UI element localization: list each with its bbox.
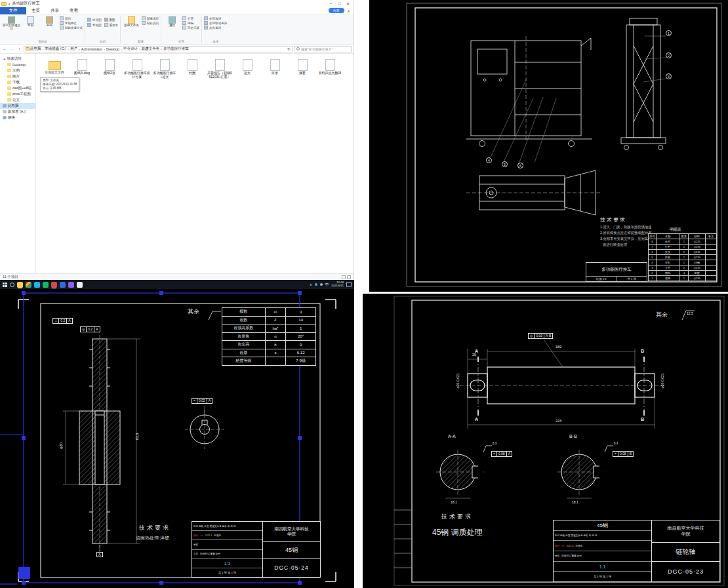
file-item[interactable]: 毕业论文文件 bbox=[41, 59, 68, 79]
thumbnail-view-icon[interactable] bbox=[347, 275, 351, 279]
sidebar-item-desktop[interactable]: Desktop bbox=[0, 62, 35, 68]
paste-button[interactable]: 粘贴 bbox=[41, 15, 58, 28]
ribbon-group-label: 新建 bbox=[123, 39, 159, 44]
tech-requirements-title: 技术要求 bbox=[441, 513, 473, 521]
file-name: 论文 bbox=[244, 71, 251, 75]
new-folder-button[interactable]: 新建文件夹 bbox=[123, 15, 140, 28]
up-button[interactable] bbox=[16, 46, 22, 52]
sidebar-item-cmw[interactable]: cmw工程图 bbox=[0, 91, 35, 97]
title-block-row: 标记 处数 分区 更改文件号 签名 年.月.日 bbox=[192, 522, 262, 531]
address-bar[interactable]: 此电脑 本地磁盘 (C:) 用户 Administrator Desktop 毕… bbox=[24, 46, 293, 52]
file-item[interactable]: 论文 bbox=[234, 59, 260, 79]
breadcrumb-item[interactable]: 本地磁盘 (C:) bbox=[45, 47, 66, 51]
refresh-icon[interactable] bbox=[287, 47, 291, 51]
title-block-sheet: 共 1 张 第 1 张 bbox=[554, 572, 651, 581]
tab-home[interactable]: 主页 bbox=[26, 7, 45, 14]
history-button[interactable]: 历史记录 bbox=[182, 26, 199, 29]
sidebar-item-network[interactable]: 网络 bbox=[0, 115, 35, 121]
easy-access-button[interactable]: 轻松访问 bbox=[142, 21, 159, 25]
delete-button[interactable]: 删除 bbox=[104, 18, 119, 22]
open-button[interactable]: 打开 bbox=[182, 16, 199, 20]
taskbar-app-qq-icon[interactable] bbox=[34, 282, 40, 288]
shaft-title-block: 45钢 标记 处数 分区 更改文件号 签名 年.月.日 设计×× 2021.6标… bbox=[553, 520, 720, 582]
sidebar-item-thesis[interactable]: 论文 bbox=[0, 97, 35, 103]
minimize-button[interactable]: – bbox=[327, 1, 335, 6]
tray-icon[interactable] bbox=[320, 283, 323, 286]
file-item[interactable]: 目录 bbox=[262, 59, 288, 79]
tab-view[interactable]: 查看 bbox=[64, 7, 83, 14]
new-item-button[interactable]: 新建项目 bbox=[142, 16, 159, 20]
breadcrumb-item[interactable]: Desktop bbox=[106, 47, 119, 51]
tray-icon[interactable] bbox=[315, 283, 317, 286]
paste-shortcut-button[interactable]: 粘贴快捷方式 bbox=[60, 26, 83, 29]
start-button[interactable] bbox=[3, 283, 7, 287]
invert-selection-button[interactable]: 反向选择 bbox=[204, 26, 227, 29]
copy-path-button[interactable]: 复制路径 bbox=[60, 21, 83, 25]
file-item[interactable]: 多功能医疗推车设计方案 bbox=[124, 59, 150, 79]
search-box[interactable]: 搜索"多功能医疗推车" bbox=[294, 46, 352, 52]
breadcrumb-item[interactable]: 新建文件夹 bbox=[142, 47, 160, 51]
tab-file[interactable]: 文件 bbox=[0, 7, 26, 14]
taskbar-app-browser-icon[interactable] bbox=[26, 282, 31, 288]
file-item[interactable]: 图纸A.dwg bbox=[69, 59, 95, 79]
dimension-label: φ30 bbox=[59, 442, 63, 449]
taskbar-app-explorer-icon[interactable] bbox=[17, 282, 23, 288]
select-all-button[interactable]: 全部选择 bbox=[204, 16, 227, 20]
tab-share[interactable]: 共享 bbox=[45, 7, 64, 14]
sidebar-item-drive-a[interactable]: 新加卷 (A:) bbox=[0, 109, 35, 115]
properties-button[interactable]: 属性 bbox=[163, 15, 181, 28]
ribbon-collapse-icon[interactable]: ∧ bbox=[344, 9, 354, 13]
button-label: 反向选择 bbox=[209, 26, 221, 29]
tray-expand-icon[interactable]: ∧ bbox=[310, 283, 312, 286]
sidebar-item-pictures[interactable]: 图片 bbox=[0, 73, 35, 79]
file-item[interactable]: 多功能医疗推车+论文 bbox=[152, 59, 178, 79]
file-item[interactable]: 摘要 bbox=[289, 59, 315, 79]
sidebar-item-downloads[interactable]: 下载 bbox=[0, 79, 35, 85]
sidebar-item-quick-access[interactable]: 快速访问 bbox=[0, 56, 35, 62]
taskbar-app-icon[interactable] bbox=[68, 282, 74, 288]
sidebar-item-documents[interactable]: 文档 bbox=[0, 68, 35, 73]
cut-button[interactable]: 剪切 bbox=[60, 16, 83, 20]
ribbon-group-clipboard: 固定到快速访问 复制 粘贴 剪切 复制路径 粘贴快捷方式 剪贴板 bbox=[1, 15, 84, 44]
explorer-app-icon bbox=[1, 2, 7, 6]
roughness-label: 6.3 bbox=[614, 442, 618, 445]
breadcrumb-item[interactable]: 此电脑 bbox=[30, 47, 41, 51]
sidebar-item-this-pc[interactable]: 此电脑 bbox=[0, 103, 35, 109]
taskbar-app-icon[interactable] bbox=[77, 282, 83, 288]
select-none-button[interactable]: 全部取消选择 bbox=[204, 21, 227, 25]
quick-access-toolbar-icon[interactable]: ▾ bbox=[9, 2, 10, 6]
notification-icon[interactable] bbox=[346, 282, 352, 287]
rename-button[interactable]: 重命名 bbox=[104, 23, 119, 27]
forward-button[interactable] bbox=[9, 46, 15, 52]
ime-indicator[interactable]: 中 bbox=[325, 283, 329, 287]
taskbar-clock[interactable]: 12:09 2021/6/11 bbox=[331, 281, 344, 288]
maximize-button[interactable]: □ bbox=[335, 1, 344, 6]
sidebar-item-label: 新加卷 (A:) bbox=[8, 109, 26, 114]
file-item[interactable]: 图纸2张 bbox=[96, 59, 123, 79]
close-button[interactable]: ✕ bbox=[344, 1, 352, 6]
dimension-label: 223 bbox=[556, 419, 561, 423]
taskbar-app-wechat-icon[interactable] bbox=[43, 282, 49, 288]
breadcrumb-item[interactable]: 毕业设计 bbox=[123, 47, 138, 51]
file-item[interactable]: 开题报告（初稿0512/25+汇重） bbox=[207, 59, 233, 79]
breadcrumb-item[interactable]: Administrator bbox=[81, 47, 102, 51]
breadcrumb-item[interactable]: 多功能医疗推车 bbox=[163, 47, 189, 51]
pin-to-quick-access-button[interactable]: 固定到快速访问 bbox=[3, 15, 20, 30]
list-view-icon[interactable] bbox=[342, 275, 346, 279]
move-to-button[interactable]: 移动到 bbox=[87, 18, 102, 22]
back-button[interactable] bbox=[2, 46, 8, 52]
copy-to-button[interactable]: 复制到 bbox=[87, 23, 102, 27]
share-badge[interactable]: 共享 bbox=[329, 8, 344, 13]
button-label: 打开 bbox=[188, 17, 193, 20]
file-item[interactable]: 资料归总文翻译 bbox=[317, 59, 343, 79]
taskbar-app-icon[interactable] bbox=[60, 282, 66, 288]
copy-button[interactable]: 复制 bbox=[22, 15, 39, 28]
breadcrumb-item[interactable]: 用户 bbox=[70, 47, 77, 51]
edit-button[interactable]: 编辑 bbox=[182, 21, 199, 25]
sidebar-item-cad[interactable]: cad图+e8站 bbox=[0, 85, 35, 91]
document-icon bbox=[132, 59, 142, 71]
taskbar-app-cad-icon[interactable] bbox=[51, 282, 57, 288]
file-item[interactable]: 封面 bbox=[179, 59, 205, 79]
section-label: A-A bbox=[448, 434, 456, 439]
taskbar-search-icon[interactable] bbox=[10, 283, 14, 287]
